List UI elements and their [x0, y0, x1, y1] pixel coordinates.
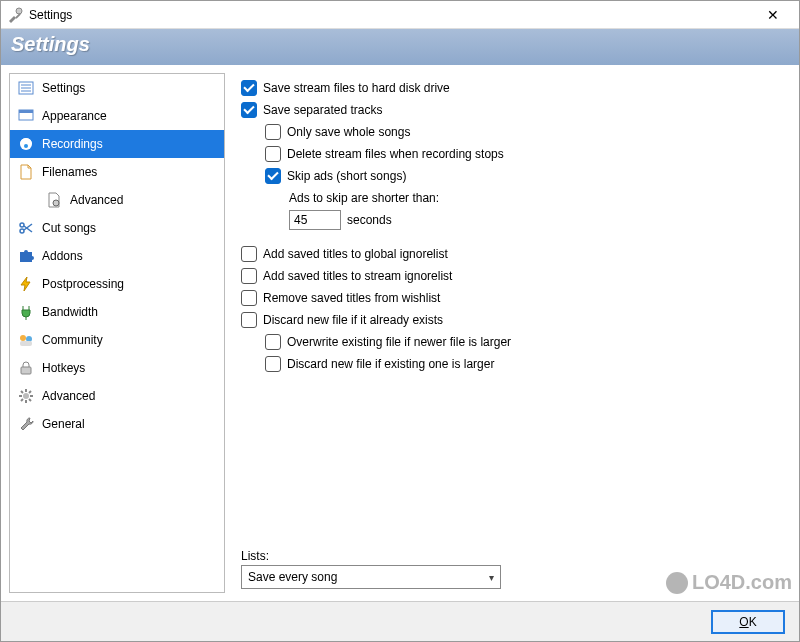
label-only-whole: Only save whole songs [287, 125, 410, 139]
svg-line-28 [29, 391, 31, 393]
option-discard-larger[interactable]: Discard new file if existing one is larg… [265, 353, 783, 375]
sidebar-item-postprocessing-7[interactable]: Postprocessing [10, 270, 224, 298]
svg-line-25 [21, 391, 23, 393]
label-overwrite-larger: Overwrite existing file if newer file is… [287, 335, 511, 349]
label-discard-exists: Discard new file if it already exists [263, 313, 443, 327]
sidebar: SettingsAppearanceRecordingsFilenamesAdv… [9, 73, 225, 593]
option-skip-ads[interactable]: Skip ads (short songs) [265, 165, 783, 187]
sidebar-item-recordings-2[interactable]: Recordings [10, 130, 224, 158]
row-ads-threshold-input: seconds [289, 209, 783, 231]
recordings-icon [18, 136, 34, 152]
community-icon [18, 332, 34, 348]
option-global-ignore[interactable]: Add saved titles to global ignorelist [241, 243, 783, 265]
checkbox-skip-ads[interactable] [265, 168, 281, 184]
lists-block: Lists: Save every song ▾ [241, 549, 783, 589]
svg-line-27 [21, 399, 23, 401]
svg-rect-7 [19, 110, 33, 113]
sidebar-item-label: Addons [42, 249, 83, 263]
sidebar-item-addons-6[interactable]: Addons [10, 242, 224, 270]
footer: OK [1, 601, 799, 641]
content-pane: Save stream files to hard disk drive Sav… [233, 73, 791, 593]
sidebar-item-advanced-4[interactable]: Advanced [10, 186, 224, 214]
ok-button[interactable]: OK [711, 610, 785, 634]
svg-point-10 [53, 200, 59, 206]
checkbox-only-whole[interactable] [265, 124, 281, 140]
close-icon: ✕ [767, 7, 779, 23]
checkbox-stream-ignore[interactable] [241, 268, 257, 284]
sidebar-item-filenames-3[interactable]: Filenames [10, 158, 224, 186]
svg-line-26 [29, 399, 31, 401]
option-remove-wishlist[interactable]: Remove saved titles from wishlist [241, 287, 783, 309]
option-delete-on-stop[interactable]: Delete stream files when recording stops [265, 143, 783, 165]
wrench-icon [18, 416, 34, 432]
settings-list-icon [18, 80, 34, 96]
sidebar-item-advanced-11[interactable]: Advanced [10, 382, 224, 410]
label-ads-unit: seconds [347, 213, 392, 227]
input-ads-threshold[interactable] [289, 210, 341, 230]
label-remove-wishlist: Remove saved titles from wishlist [263, 291, 440, 305]
svg-point-9 [24, 144, 28, 148]
sidebar-item-label: General [42, 417, 85, 431]
sidebar-item-label: Bandwidth [42, 305, 98, 319]
svg-rect-19 [21, 367, 31, 374]
titlebar: Settings ✕ [1, 1, 799, 29]
svg-point-12 [20, 229, 24, 233]
svg-point-0 [16, 8, 22, 14]
sidebar-item-label: Settings [42, 81, 85, 95]
sidebar-item-label: Hotkeys [42, 361, 85, 375]
label-discard-larger: Discard new file if existing one is larg… [287, 357, 494, 371]
row-ads-threshold-label: Ads to skip are shorter than: [289, 187, 783, 209]
gear-icon [18, 388, 34, 404]
lightning-icon [18, 276, 34, 292]
sidebar-item-general-12[interactable]: General [10, 410, 224, 438]
option-overwrite-larger[interactable]: Overwrite existing file if newer file is… [265, 331, 783, 353]
sidebar-item-hotkeys-10[interactable]: Hotkeys [10, 354, 224, 382]
sidebar-item-settings-0[interactable]: Settings [10, 74, 224, 102]
svg-point-16 [20, 335, 26, 341]
window-title: Settings [29, 8, 753, 22]
sidebar-item-label: Community [42, 333, 103, 347]
checkbox-discard-exists[interactable] [241, 312, 257, 328]
lists-combo[interactable]: Save every song ▾ [241, 565, 501, 589]
checkbox-save-stream[interactable] [241, 80, 257, 96]
ok-label: OK [739, 615, 756, 629]
filenames-icon [18, 164, 34, 180]
close-button[interactable]: ✕ [753, 3, 793, 27]
banner-title: Settings [11, 33, 90, 55]
label-delete-on-stop: Delete stream files when recording stops [287, 147, 504, 161]
label-global-ignore: Add saved titles to global ignorelist [263, 247, 448, 261]
spacer-flex [241, 375, 783, 541]
sidebar-item-label: Recordings [42, 137, 103, 151]
checkbox-delete-on-stop[interactable] [265, 146, 281, 162]
sidebar-item-community-9[interactable]: Community [10, 326, 224, 354]
svg-point-11 [20, 223, 24, 227]
checkbox-discard-larger[interactable] [265, 356, 281, 372]
sidebar-item-bandwidth-8[interactable]: Bandwidth [10, 298, 224, 326]
checkbox-save-separated[interactable] [241, 102, 257, 118]
option-save-separated[interactable]: Save separated tracks [241, 99, 783, 121]
sidebar-item-appearance-1[interactable]: Appearance [10, 102, 224, 130]
lists-value: Save every song [248, 570, 337, 584]
svg-rect-18 [20, 341, 32, 346]
wrench-screwdriver-icon [7, 7, 23, 23]
option-discard-exists[interactable]: Discard new file if it already exists [241, 309, 783, 331]
checkbox-global-ignore[interactable] [241, 246, 257, 262]
option-stream-ignore[interactable]: Add saved titles to stream ignorelist [241, 265, 783, 287]
label-skip-ads: Skip ads (short songs) [287, 169, 406, 183]
option-only-whole[interactable]: Only save whole songs [265, 121, 783, 143]
scissors-icon [18, 220, 34, 236]
sidebar-item-label: Cut songs [42, 221, 96, 235]
spacer [241, 231, 783, 243]
body-area: SettingsAppearanceRecordingsFilenamesAdv… [1, 65, 799, 601]
option-save-stream[interactable]: Save stream files to hard disk drive [241, 77, 783, 99]
plug-icon [18, 304, 34, 320]
checkbox-overwrite-larger[interactable] [265, 334, 281, 350]
lock-icon [18, 360, 34, 376]
label-ads-threshold: Ads to skip are shorter than: [289, 191, 439, 205]
checkbox-remove-wishlist[interactable] [241, 290, 257, 306]
sidebar-item-label: Filenames [42, 165, 97, 179]
sidebar-item-label: Advanced [70, 193, 123, 207]
banner: Settings [1, 29, 799, 65]
sidebar-item-cut-songs-5[interactable]: Cut songs [10, 214, 224, 242]
chevron-down-icon: ▾ [489, 572, 494, 583]
